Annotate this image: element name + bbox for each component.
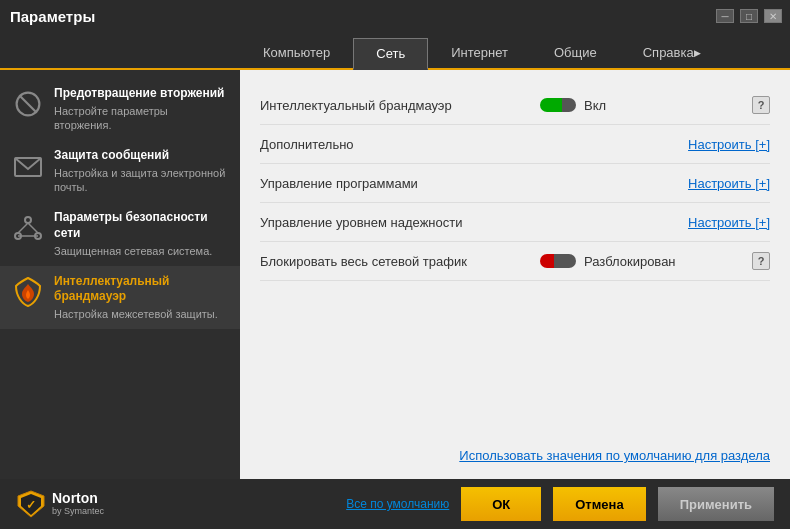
firewall-icon <box>12 276 44 308</box>
bottom-link-area: Использовать значения по умолчанию для р… <box>260 281 770 463</box>
trust-link[interactable]: Настроить [+] <box>688 215 770 230</box>
setting-row-programs: Управление программами Настроить [+] <box>260 164 770 203</box>
footer: ✓ Norton by Symantec Все по умолчанию ОК… <box>0 479 790 529</box>
network-icon <box>12 212 44 244</box>
tab-bar: Компьютер Сеть Интернет Общие Справка <box>0 32 790 70</box>
sidebar-intrusion-text: Предотвращение вторжений Настройте парам… <box>54 86 228 132</box>
minimize-button[interactable]: ─ <box>716 9 734 23</box>
tab-help[interactable]: Справка <box>620 36 724 68</box>
maximize-button[interactable]: □ <box>740 9 758 23</box>
sidebar-intrusion-desc: Настройте параметры вторжения. <box>54 104 228 133</box>
svg-point-3 <box>25 217 31 223</box>
sidebar-item-firewall[interactable]: Интеллектуальный брандмауэр Настройка ме… <box>0 266 240 329</box>
sidebar-network-desc: Защищенная сетевая система. <box>54 244 228 258</box>
sidebar-firewall-title: Интеллектуальный брандмауэр <box>54 274 228 305</box>
setting-label-programs: Управление программами <box>260 176 540 191</box>
close-button[interactable]: ✕ <box>764 9 782 23</box>
svg-text:✓: ✓ <box>26 498 36 512</box>
help-button-block[interactable]: ? <box>752 252 770 270</box>
trust-action: Настроить [+] <box>688 213 770 231</box>
setting-row-firewall: Интеллектуальный брандмауэр Вкл ? <box>260 86 770 125</box>
setting-value-firewall: Вкл <box>540 98 752 113</box>
norton-subbrand: by Symantec <box>52 507 104 517</box>
norton-brand: Norton <box>52 491 104 506</box>
defaults-link[interactable]: Использовать значения по умолчанию для р… <box>459 448 770 463</box>
svg-line-6 <box>18 223 28 233</box>
additional-link[interactable]: Настроить [+] <box>688 137 770 152</box>
sidebar-network-text: Параметры безопасности сети Защищенная с… <box>54 210 228 257</box>
setting-row-trust: Управление уровнем надежности Настроить … <box>260 203 770 242</box>
setting-label-additional: Дополнительно <box>260 137 540 152</box>
apply-button[interactable]: Применить <box>658 487 774 521</box>
sidebar-item-message[interactable]: Защита сообщений Настройка и защита элек… <box>0 140 240 202</box>
setting-value-block: Разблокирован <box>540 254 752 269</box>
additional-action: Настроить [+] <box>688 135 770 153</box>
main-area: Предотвращение вторжений Настройте парам… <box>0 70 790 479</box>
content-panel: Интеллектуальный брандмауэр Вкл ? Дополн… <box>240 70 790 479</box>
block-help: ? <box>752 252 770 270</box>
mail-icon <box>12 150 44 182</box>
setting-label-trust: Управление уровнем надежности <box>260 215 540 230</box>
setting-label-block: Блокировать весь сетевой трафик <box>260 254 540 269</box>
svg-line-1 <box>19 95 37 113</box>
norton-text: Norton by Symantec <box>52 491 104 516</box>
norton-shield-icon: ✓ <box>16 489 46 519</box>
ok-button[interactable]: ОК <box>461 487 541 521</box>
programs-link[interactable]: Настроить [+] <box>688 176 770 191</box>
tab-general[interactable]: Общие <box>531 36 620 68</box>
block-icon <box>12 88 44 120</box>
sidebar-intrusion-title: Предотвращение вторжений <box>54 86 228 102</box>
firewall-state-text: Вкл <box>584 98 606 113</box>
sidebar-firewall-text: Интеллектуальный брандмауэр Настройка ме… <box>54 274 228 321</box>
toggle-block-traffic[interactable] <box>540 254 576 268</box>
title-bar: Параметры ─ □ ✕ <box>0 0 790 32</box>
sidebar-message-text: Защита сообщений Настройка и защита элек… <box>54 148 228 194</box>
toggle-firewall[interactable] <box>540 98 576 112</box>
sidebar-item-network-security[interactable]: Параметры безопасности сети Защищенная с… <box>0 202 240 265</box>
sidebar-message-desc: Настройка и защита электронной почты. <box>54 166 228 195</box>
tab-computer[interactable]: Компьютер <box>240 36 353 68</box>
setting-row-block-traffic: Блокировать весь сетевой трафик Разблоки… <box>260 242 770 281</box>
cancel-button[interactable]: Отмена <box>553 487 645 521</box>
help-button-firewall[interactable]: ? <box>752 96 770 114</box>
all-defaults-link[interactable]: Все по умолчанию <box>346 497 449 511</box>
programs-action: Настроить [+] <box>688 174 770 192</box>
sidebar-firewall-desc: Настройка межсетевой защиты. <box>54 307 228 321</box>
firewall-help: ? <box>752 96 770 114</box>
sidebar-network-title: Параметры безопасности сети <box>54 210 228 241</box>
tab-internet[interactable]: Интернет <box>428 36 531 68</box>
tab-network[interactable]: Сеть <box>353 38 428 70</box>
setting-label-firewall: Интеллектуальный брандмауэр <box>260 98 540 113</box>
window-title: Параметры <box>10 8 95 25</box>
window-controls: ─ □ ✕ <box>716 9 782 23</box>
sidebar-item-intrusion[interactable]: Предотвращение вторжений Настройте парам… <box>0 78 240 140</box>
sidebar: Предотвращение вторжений Настройте парам… <box>0 70 240 479</box>
svg-line-7 <box>28 223 38 233</box>
block-state-text: Разблокирован <box>584 254 676 269</box>
norton-logo: ✓ Norton by Symantec <box>16 489 104 519</box>
sidebar-message-title: Защита сообщений <box>54 148 228 164</box>
setting-row-additional: Дополнительно Настроить [+] <box>260 125 770 164</box>
